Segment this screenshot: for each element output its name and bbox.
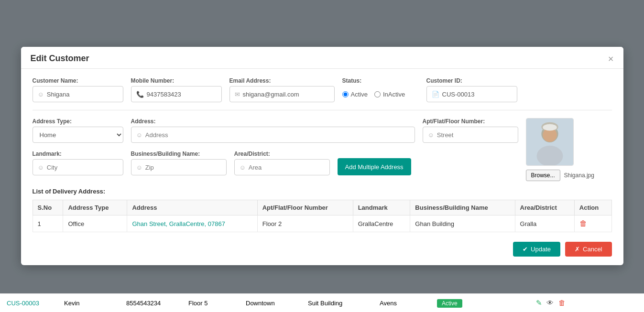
area-icon: ☺: [240, 164, 246, 171]
mobile-field[interactable]: 📞: [131, 86, 222, 102]
delivery-section: List of Delivery Address: S.No Address T…: [33, 188, 612, 232]
email-group: Email Address: ✉: [229, 77, 335, 102]
landmark-group: Landmark: ☺: [33, 151, 123, 175]
bottom-cus-id: CUS-00003: [0, 294, 57, 312]
business-group: Business/Building Name: ☺: [131, 151, 227, 175]
update-button[interactable]: ✔ Update: [513, 242, 560, 257]
delivery-table-header-row: S.No Address Type Address Apt/Flat/Floor…: [33, 200, 611, 215]
col-business: Business/Building Name: [410, 200, 515, 215]
business-input[interactable]: [145, 164, 226, 171]
area-input[interactable]: [249, 164, 329, 171]
edit-customer-modal: Edit Customer × Customer Name: ☺ Mobile …: [21, 47, 623, 265]
bottom-name: Kevin: [57, 294, 120, 312]
svg-point-5: [543, 124, 557, 131]
modal-body: Customer Name: ☺ Mobile Number: 📞: [21, 69, 623, 242]
bottom-table-row: CUS-00003 Kevin 8554543234 Floor 5 Downt…: [0, 294, 644, 312]
customer-id-input[interactable]: [442, 91, 523, 98]
status-inactive-label: InActive: [383, 91, 405, 98]
address-type-select[interactable]: Home Office Other: [33, 127, 123, 143]
area-field[interactable]: ☺: [234, 159, 330, 175]
email-field[interactable]: ✉: [229, 86, 335, 102]
address-input[interactable]: [145, 131, 410, 139]
photo-section: Browse... Shigana.jpg: [526, 118, 612, 181]
add-multiple-wrapper: Add Multiple Address: [338, 158, 411, 175]
col-address: Address: [127, 200, 257, 215]
address-icon: ☺: [136, 131, 142, 139]
address-type-label: Address Type:: [33, 118, 123, 125]
address-row-1: Address Type: Home Office Other Address:…: [33, 118, 518, 143]
bottom-bar: CUS-00003 Kevin 8554543234 Floor 5 Downt…: [0, 293, 644, 312]
mobile-group: Mobile Number: 📞: [131, 77, 222, 102]
bottom-status-cell: Active: [430, 294, 528, 312]
section-divider: [33, 110, 612, 110]
status-active-label: Active: [351, 91, 368, 98]
eye-icon[interactable]: 👁: [546, 299, 554, 307]
browse-button[interactable]: Browse...: [526, 170, 560, 181]
email-label: Email Address:: [229, 77, 335, 84]
address-group: Address: ☺: [131, 118, 415, 143]
delete-row-button[interactable]: 🗑: [579, 219, 587, 228]
phone-icon: 📞: [136, 91, 144, 98]
edit-icon[interactable]: ✎: [536, 299, 542, 307]
mobile-label: Mobile Number:: [131, 77, 222, 84]
address-link[interactable]: Ghan Street, GrallaCentre, 07867: [132, 220, 225, 227]
status-active-radio[interactable]: [342, 91, 349, 97]
address-fields: Address Type: Home Office Other Address:…: [33, 118, 518, 183]
status-group: Status: Active InActive: [342, 77, 419, 102]
landmark-field[interactable]: ☺: [33, 159, 123, 175]
bottom-business: Suit Building: [301, 294, 373, 312]
bottom-landmark: Downtown: [239, 294, 301, 312]
col-sno: S.No: [33, 200, 63, 215]
apt-group: Apt/Flat/Floor Number: ☺: [423, 118, 518, 143]
status-active-option[interactable]: Active: [342, 91, 368, 98]
col-landmark: Landmark: [353, 200, 410, 215]
id-icon: 📄: [432, 91, 439, 98]
x-icon: ✗: [575, 246, 580, 253]
bottom-table: CUS-00003 Kevin 8554543234 Floor 5 Downt…: [0, 294, 644, 312]
checkmark-icon: ✔: [523, 246, 528, 253]
customer-id-field: 📄: [426, 86, 517, 102]
modal-close-button[interactable]: ×: [608, 54, 614, 64]
apt-label: Apt/Flat/Floor Number:: [423, 118, 518, 125]
svg-point-2: [536, 146, 563, 166]
add-multiple-address-button[interactable]: Add Multiple Address: [338, 158, 411, 175]
landmark-icon: ☺: [38, 164, 44, 171]
email-input[interactable]: [243, 91, 329, 98]
business-label: Business/Building Name:: [131, 151, 227, 157]
col-action: Action: [574, 200, 611, 215]
customer-photo: [526, 118, 574, 166]
landmark-label: Landmark:: [33, 151, 123, 157]
status-inactive-radio[interactable]: [374, 91, 381, 97]
address-field[interactable]: ☺: [131, 127, 415, 143]
col-apt: Apt/Flat/Floor Number: [257, 200, 353, 215]
customer-id-group: Customer ID: 📄: [426, 77, 517, 102]
cell-landmark: GrallaCentre: [353, 215, 410, 232]
update-label: Update: [531, 246, 551, 253]
apt-icon: ☺: [428, 131, 434, 139]
area-label: Area/District:: [234, 151, 330, 157]
address-label: Address:: [131, 118, 415, 125]
trash-icon[interactable]: 🗑: [558, 299, 566, 307]
cancel-button[interactable]: ✗ Cancel: [565, 242, 611, 257]
cell-address: Ghan Street, GrallaCentre, 07867: [127, 215, 257, 232]
business-field[interactable]: ☺: [131, 159, 227, 175]
status-inactive-option[interactable]: InActive: [374, 91, 405, 98]
customer-avatar-svg: [526, 118, 573, 166]
table-row: 1 Office Ghan Street, GrallaCentre, 0786…: [33, 215, 611, 232]
customer-name-field[interactable]: ☺: [33, 86, 123, 102]
delivery-section-label: List of Delivery Address:: [33, 188, 612, 195]
cell-address-type: Office: [63, 215, 127, 232]
status-badge: Active: [437, 299, 462, 308]
email-icon: ✉: [235, 91, 240, 98]
cell-sno: 1: [33, 215, 63, 232]
apt-field[interactable]: ☺: [423, 127, 518, 143]
user-icon: ☺: [38, 91, 44, 98]
mobile-input[interactable]: [147, 91, 227, 98]
apt-input[interactable]: [437, 131, 517, 139]
customer-name-input[interactable]: [47, 91, 127, 98]
col-area: Area/District: [515, 200, 574, 215]
landmark-input[interactable]: [47, 164, 127, 171]
bottom-area: Avens: [373, 294, 430, 312]
cancel-label: Cancel: [583, 246, 602, 253]
modal-backdrop: Edit Customer × Customer Name: ☺ Mobile …: [0, 0, 644, 312]
